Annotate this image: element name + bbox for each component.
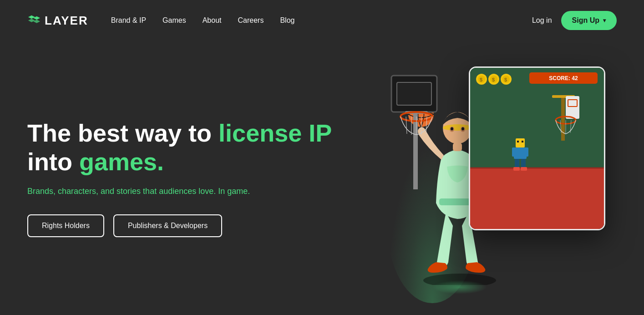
nav-item-about[interactable]: About	[203, 16, 222, 25]
hero-content: The best way to license IP into games. B…	[27, 119, 332, 237]
svg-rect-24	[515, 159, 519, 168]
svg-line-48	[426, 117, 427, 134]
svg-rect-12	[561, 95, 565, 141]
logo-link[interactable]: LAYER	[27, 14, 88, 28]
logo-text: LAYER	[45, 14, 88, 28]
hero-buttons: Rights Holders Publishers & Developers	[27, 214, 332, 237]
illustration-container: $ $ $ SCORE: 42	[360, 53, 633, 303]
device-inner: $ $ $ SCORE: 42	[470, 68, 604, 229]
signup-button[interactable]: Sign Up ▾	[561, 11, 617, 30]
svg-rect-20	[516, 138, 525, 147]
logo-icon	[27, 14, 41, 27]
svg-rect-43	[397, 82, 431, 105]
svg-rect-27	[521, 167, 527, 171]
svg-rect-26	[513, 167, 520, 171]
chevron-down-icon: ▾	[603, 17, 606, 24]
svg-rect-25	[521, 159, 526, 168]
login-button[interactable]: Log in	[532, 16, 552, 25]
svg-line-46	[406, 117, 407, 134]
hero-subtitle: Brands, characters, and stories that aud…	[27, 187, 332, 196]
nav-item-games[interactable]: Games	[162, 16, 186, 25]
rights-holders-button[interactable]: Rights Holders	[27, 214, 104, 237]
nav-item-brand-ip[interactable]: Brand & IP	[111, 16, 146, 25]
svg-text:$: $	[504, 77, 507, 82]
svg-rect-28	[517, 141, 519, 142]
hero-section: The best way to license IP into games. B…	[0, 41, 644, 315]
player-shadow	[432, 280, 487, 294]
svg-rect-23	[523, 147, 528, 157]
hero-illustration: $ $ $ SCORE: 42	[348, 41, 644, 315]
nav-item-careers[interactable]: Careers	[238, 16, 264, 25]
svg-text:$: $	[480, 77, 482, 82]
publishers-developers-button[interactable]: Publishers & Developers	[113, 214, 222, 237]
nav-item-blog[interactable]: Blog	[280, 16, 294, 25]
navbar: LAYER Brand & IP Games About Careers Blo…	[0, 0, 644, 41]
svg-rect-29	[522, 141, 523, 142]
nav-right: Log in Sign Up ▾	[532, 11, 617, 30]
svg-rect-22	[512, 147, 517, 157]
svg-text:SCORE: 42: SCORE: 42	[549, 75, 578, 81]
game-device-screen: $ $ $ SCORE: 42	[469, 66, 605, 230]
nav-links: Brand & IP Games About Careers Blog	[111, 16, 295, 25]
svg-text:$: $	[492, 77, 495, 82]
svg-rect-10	[470, 168, 604, 229]
hero-title: The best way to license IP into games.	[27, 119, 332, 175]
